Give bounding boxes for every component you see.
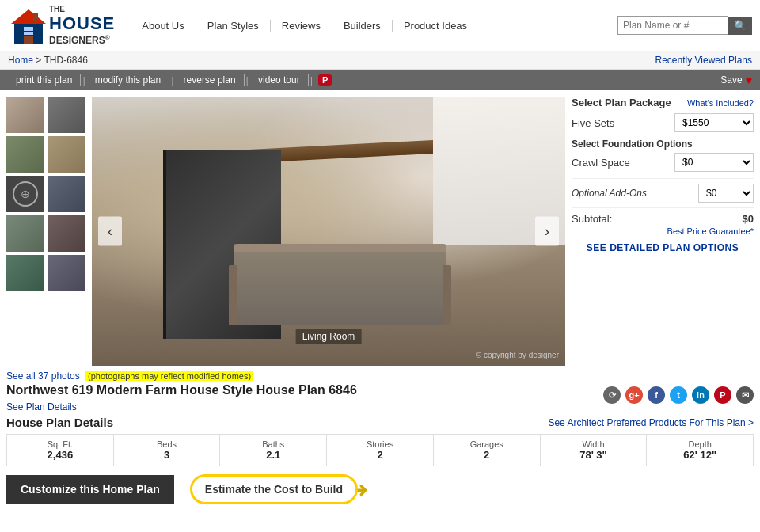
breadcrumb: Home > THD-6846 [8,55,88,66]
share-facebook-button[interactable]: f [648,386,665,404]
main-nav: About Us Plan Styles Reviews Builders Pr… [131,20,478,32]
thumbnail-1[interactable] [6,97,44,133]
stat-baths-label: Baths [226,439,320,449]
customize-button[interactable]: Customize this Home Plan [6,475,174,504]
cta-row: Customize this Home Plan Estimate the Co… [6,474,754,504]
sofa-decoration [234,250,446,325]
package-value-label: Five Sets [572,117,614,129]
stat-garages: Garages 2 [434,435,541,466]
nav-about[interactable]: About Us [131,20,196,32]
see-all-photos-link[interactable]: See all 37 photos [6,370,80,382]
reverse-plan-link[interactable]: reverse plan [176,74,245,86]
stat-sqft-label: Sq. Ft. [13,439,107,449]
site-header: THE HOUSE DESIGNERS® About Us Plan Style… [0,0,760,51]
thumbnail-9[interactable] [6,255,44,291]
thumb-row-1 [6,97,86,133]
foundation-price-select[interactable]: $0 [674,153,754,172]
thumbnail-6[interactable] [48,176,86,212]
thumb-row-4 [6,215,86,252]
svg-rect-2 [33,13,38,21]
copyright-text: © copyright by designer [476,351,559,359]
thumbnail-2[interactable] [48,97,86,133]
stat-stories-label: Stories [333,439,427,449]
stat-garages-value: 2 [440,449,534,461]
stat-baths: Baths 2.1 [220,435,327,466]
architect-products-link[interactable]: See Architect Preferred Products For Thi… [548,417,754,428]
plan-title-area: Northwest 619 Modern Farm House Style Ho… [6,383,357,412]
foundation-option-row: Crawl Space $0 [572,153,754,172]
search-button[interactable]: 🔍 [728,17,752,35]
prev-image-button[interactable]: ‹ [98,217,122,246]
subtotal-label: Subtotal: [572,213,612,225]
subtotal-value: $0 [743,213,754,225]
next-image-button[interactable]: › [535,217,559,246]
subtotal-row: Subtotal: $0 [572,213,754,225]
package-header: Select Plan Package What's Included? [572,97,754,108]
see-detailed-options-link[interactable]: SEE DETAILED PLAN OPTIONS [572,242,754,253]
breadcrumb-separator: > [36,55,44,66]
logo-the-text: THE [49,5,115,13]
nav-builders[interactable]: Builders [332,20,393,32]
stat-sqft: Sq. Ft. 2,436 [7,435,114,466]
breadcrumb-bar: Home > THD-6846 Recently Viewed Plans [0,51,760,70]
share-twitter-button[interactable]: t [670,386,687,404]
nav-plan-styles[interactable]: Plan Styles [196,20,271,32]
modify-plan-link[interactable]: modify this plan [87,74,169,86]
select-package-section: Select Plan Package What's Included? Fiv… [572,97,754,132]
addons-select[interactable]: $0 [698,184,754,203]
estimate-button[interactable]: Estimate the Cost to Build [190,474,358,504]
package-title: Select Plan Package [572,97,671,108]
see-all-photos-bar: See all 37 photos (photographs may refle… [0,366,760,383]
stat-depth-label: Depth [653,439,747,449]
stat-stories-value: 2 [333,449,427,461]
order-panel: Select Plan Package What's Included? Fiv… [572,97,754,366]
breadcrumb-plan-id: THD-6846 [44,55,87,66]
stat-garages-label: Garages [440,439,534,449]
thumbnail-5[interactable]: ⊕ [6,176,44,212]
thumb-row-2 [6,136,86,173]
thumbnail-4[interactable] [48,136,86,173]
print-plan-link[interactable]: print this plan [8,74,81,86]
logo-house-word: HOUSE [49,13,115,34]
share-icons-group: ⟳ g+ f t in P ✉ [603,386,754,404]
save-button[interactable]: Save ♥ [720,74,752,86]
pinterest-icon[interactable]: P [318,74,332,86]
thumbnail-8[interactable] [48,215,86,252]
thumb-row-3: ⊕ [6,176,86,212]
whats-included-link[interactable]: What's Included? [687,98,754,108]
see-plan-details-link[interactable]: See Plan Details [6,401,77,412]
plan-details-header: House Plan Details See Architect Preferr… [6,416,754,429]
thumbnail-10[interactable] [48,255,86,291]
svg-rect-5 [24,31,33,32]
share-email-button[interactable]: ✉ [736,386,754,404]
foundation-title: Select Foundation Options [572,139,754,150]
main-content: ⊕ [0,90,760,366]
recently-viewed-link[interactable]: Recently Viewed Plans [655,55,752,66]
foundation-section: Select Foundation Options Crawl Space $0 [572,139,754,172]
plan-details-section: Northwest 619 Modern Farm House Style Ho… [6,383,754,504]
share-pinterest-button[interactable]: P [714,386,732,404]
share-gplus-button[interactable]: g+ [625,386,643,404]
nav-reviews[interactable]: Reviews [271,20,332,32]
search-input[interactable] [618,16,728,35]
video-tour-link[interactable]: video tour [250,74,309,86]
share-linkedin-button[interactable]: in [692,386,709,404]
share-general-button[interactable]: ⟳ [603,386,621,404]
stat-baths-value: 2.1 [226,449,320,461]
heart-icon: ♥ [746,74,752,86]
thumbnail-7[interactable] [6,215,44,252]
main-image-area: ‹ › Living Room © copyright by designer [92,97,565,366]
package-price-select[interactable]: $1550 [674,113,754,132]
addons-label: Optional Add-Ons [572,188,647,199]
estimate-btn-group: Estimate the Cost to Build ➜ [190,474,368,504]
see-all-photos: See all 37 photos (photographs may refle… [6,369,754,383]
breadcrumb-home[interactable]: Home [8,55,33,66]
package-option-row: Five Sets $1550 [572,113,754,132]
stat-width-label: Width [547,439,640,449]
best-price-guarantee: Best Price Guarantee* [572,226,754,236]
site-logo[interactable]: THE HOUSE DESIGNERS® [8,5,115,46]
thumbnail-3[interactable] [6,136,44,173]
foundation-value-label: Crawl Space [572,157,630,169]
search-area: 🔍 [618,16,752,35]
nav-product-ideas[interactable]: Product Ideas [393,20,478,32]
